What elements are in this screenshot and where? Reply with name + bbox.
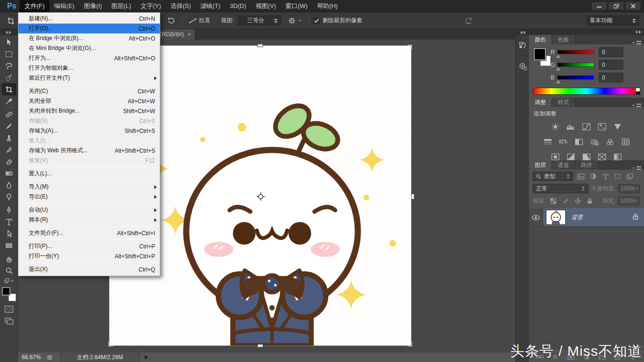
menubar-item[interactable]: 帮助(H) bbox=[312, 0, 342, 12]
channel-mixer-icon[interactable] bbox=[604, 137, 616, 147]
color-lookup-icon[interactable] bbox=[620, 137, 631, 147]
filter-adjustment-layers-icon[interactable] bbox=[588, 172, 598, 181]
shape-tool[interactable] bbox=[2, 239, 16, 251]
file-menu-item[interactable]: 恢复(V)F12 bbox=[18, 156, 160, 165]
photo-filter-icon[interactable] bbox=[589, 137, 600, 147]
document-info[interactable]: 文档:2.64M/2.26M bbox=[60, 353, 140, 362]
properties-panel-icon[interactable] bbox=[516, 56, 529, 77]
adjustments-panel-menu-icon[interactable] bbox=[632, 104, 641, 107]
file-menu-item[interactable]: 新建(N)...Ctrl+N bbox=[18, 14, 160, 24]
crop-handle-top[interactable] bbox=[257, 44, 263, 47]
crop-handle-topright[interactable] bbox=[407, 45, 412, 49]
file-menu-item[interactable]: 存储为 Web 所用格式...Alt+Shift+Ctrl+S bbox=[18, 146, 160, 156]
filter-smart-objects-icon[interactable] bbox=[625, 172, 635, 181]
layer-visibility-toggle[interactable] bbox=[529, 208, 543, 226]
lock-all-icon[interactable] bbox=[585, 197, 594, 205]
swap-colors-icon[interactable] bbox=[4, 277, 14, 286]
menubar-item[interactable]: 视图(V) bbox=[251, 0, 281, 12]
quick-mask-button[interactable] bbox=[2, 303, 16, 315]
panel-fg-bg-swatches[interactable] bbox=[534, 48, 553, 70]
layers-panel-menu-icon[interactable] bbox=[632, 166, 641, 170]
hand-tool[interactable] bbox=[2, 253, 16, 264]
file-menu-item[interactable]: 导入(M) bbox=[18, 182, 160, 192]
document-close-icon[interactable]: × bbox=[188, 31, 191, 38]
channel-value-input[interactable]: 0 bbox=[599, 47, 623, 57]
file-menu-item[interactable]: 关闭并转到 Bridge...Shift+Ctrl+W bbox=[18, 106, 160, 116]
filter-type-layers-icon[interactable] bbox=[601, 172, 610, 181]
file-menu-item[interactable]: 关闭全部Alt+Ctrl+W bbox=[18, 96, 160, 106]
crop-tool[interactable] bbox=[2, 83, 16, 95]
menubar-item[interactable]: 文件(F) bbox=[20, 0, 50, 12]
delete-cropped-checkbox[interactable] bbox=[313, 17, 320, 24]
fill-dropdown[interactable]: 100% bbox=[618, 197, 640, 206]
file-menu-item[interactable]: 在 Bridge 中浏览(B)...Alt+Ctrl+O bbox=[18, 33, 160, 43]
channel-slider[interactable] bbox=[557, 75, 594, 80]
channel-value-input[interactable]: 0 bbox=[599, 60, 623, 70]
crop-handle-right[interactable] bbox=[411, 194, 414, 199]
vibrance-icon[interactable] bbox=[612, 122, 623, 132]
expand-panels-button[interactable] bbox=[516, 29, 529, 35]
clone-stamp-tool[interactable] bbox=[2, 132, 16, 144]
marquee-tool[interactable] bbox=[2, 48, 16, 60]
opacity-dropdown[interactable]: 100% bbox=[618, 184, 640, 193]
history-panel-icon[interactable] bbox=[516, 35, 529, 56]
layer-row-background[interactable]: 背景 bbox=[529, 208, 644, 226]
restore-button[interactable] bbox=[608, 1, 624, 10]
crop-handle-bottomright[interactable] bbox=[407, 342, 412, 346]
file-menu-item[interactable]: 文件简介(F)...Alt+Shift+Ctrl+I bbox=[18, 228, 160, 238]
file-menu-item[interactable]: 置入(L)... bbox=[18, 169, 160, 179]
status-clock-icon[interactable] bbox=[46, 354, 53, 361]
healing-brush-tool[interactable] bbox=[2, 108, 16, 120]
brush-tool[interactable] bbox=[2, 120, 16, 132]
path-selection-tool[interactable] bbox=[2, 228, 16, 239]
filter-shape-layers-icon[interactable] bbox=[613, 172, 622, 181]
tab-paths[interactable]: 路径 bbox=[575, 160, 598, 170]
lasso-tool[interactable] bbox=[2, 60, 16, 72]
status-options-arrow[interactable] bbox=[145, 355, 148, 360]
file-menu-item[interactable]: 脚本(R) bbox=[18, 215, 160, 225]
channel-value-input[interactable]: 0 bbox=[599, 73, 623, 82]
channel-slider[interactable] bbox=[557, 50, 594, 54]
filter-pixel-layers-icon[interactable] bbox=[576, 172, 586, 181]
crop-handle-bottomleft[interactable] bbox=[108, 342, 113, 346]
dodge-tool[interactable] bbox=[2, 191, 16, 203]
quick-selection-tool[interactable] bbox=[2, 72, 16, 83]
tab-styles[interactable]: 样式 bbox=[552, 98, 575, 107]
minimize-button[interactable] bbox=[591, 1, 607, 10]
menubar-item[interactable]: 3D(D) bbox=[225, 0, 251, 12]
menubar-item[interactable]: 图像(I) bbox=[79, 0, 107, 12]
screen-mode-button[interactable] bbox=[2, 315, 16, 327]
tab-color[interactable]: 颜色 bbox=[529, 35, 552, 44]
file-menu-item[interactable]: 签入(I)... bbox=[18, 136, 160, 146]
foreground-background-swatches[interactable] bbox=[2, 287, 16, 301]
close-button[interactable] bbox=[625, 1, 641, 10]
crop-handle-bottom[interactable] bbox=[257, 344, 263, 347]
brightness-contrast-icon[interactable] bbox=[550, 122, 561, 132]
reset-tool-icon[interactable] bbox=[461, 15, 476, 26]
zoom-tool[interactable] bbox=[2, 264, 16, 276]
file-menu-item[interactable]: 在 Mini Bridge 中浏览(G)... bbox=[18, 43, 160, 53]
tab-swatches[interactable]: 色板 bbox=[552, 35, 575, 44]
file-menu-item[interactable]: 打印(P)...Ctrl+P bbox=[18, 241, 160, 251]
file-menu-item[interactable]: 退出(X)Ctrl+Q bbox=[18, 264, 160, 274]
foreground-color-swatch[interactable] bbox=[2, 287, 10, 296]
file-menu-item[interactable]: 存储(S)Ctrl+S bbox=[18, 116, 160, 126]
file-menu-item[interactable]: 打开(O)...Ctrl+O bbox=[18, 24, 160, 33]
color-balance-icon[interactable] bbox=[558, 137, 569, 147]
toolbar-collapse-button[interactable] bbox=[0, 29, 17, 35]
type-tool[interactable] bbox=[2, 216, 16, 228]
color-panel-menu-icon[interactable] bbox=[632, 41, 641, 44]
levels-icon[interactable] bbox=[565, 122, 577, 132]
eraser-tool[interactable] bbox=[2, 156, 16, 167]
move-tool[interactable] bbox=[2, 36, 16, 48]
file-menu-item[interactable]: 打开为智能对象... bbox=[18, 63, 160, 73]
blur-tool[interactable] bbox=[2, 179, 16, 191]
color-spectrum-ramp[interactable] bbox=[533, 88, 640, 95]
pen-tool[interactable] bbox=[2, 204, 16, 216]
straighten-button[interactable]: 拉直 bbox=[186, 15, 213, 26]
hue-saturation-icon[interactable] bbox=[542, 137, 553, 147]
menubar-item[interactable]: 滤镜(T) bbox=[196, 0, 225, 12]
curves-icon[interactable] bbox=[581, 122, 592, 132]
channel-slider[interactable] bbox=[557, 63, 594, 67]
lock-position-icon[interactable] bbox=[573, 197, 582, 205]
